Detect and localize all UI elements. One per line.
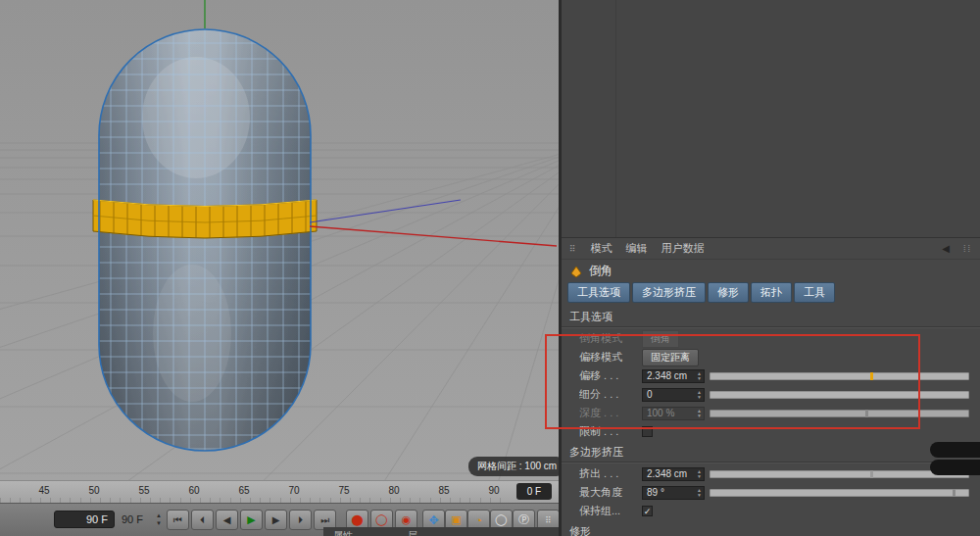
tab-modeling[interactable]: 修形	[708, 282, 749, 303]
capsule-object[interactable]	[93, 27, 317, 453]
attribute-manager: ⠿ 模式 编辑 用户数据 ◀ ⁞⁞ 倒角 工具选项 多边形挤压 修形 拓扑 工具…	[559, 0, 980, 536]
bevel-mode-row: 倒角模式 倒角	[562, 329, 980, 348]
depth-label: 深度 . . .	[579, 406, 642, 420]
preserve-groups-checkbox[interactable]: ✓	[642, 506, 653, 516]
subdivision-slider[interactable]	[710, 391, 969, 399]
subdivision-field[interactable]: 0 ▲▼	[642, 388, 705, 402]
bottom-panel-tabs: 属性 层	[323, 527, 559, 536]
preserve-groups-label: 保持组...	[579, 504, 642, 518]
extrude-field[interactable]: 2.348 cm ▲▼	[642, 467, 705, 481]
limit-checkbox[interactable]	[642, 426, 653, 437]
viewport-3d[interactable]: 网格间距 : 100 cm	[0, 0, 559, 480]
tab-topology[interactable]: 拓扑	[751, 282, 792, 303]
offset-slider[interactable]	[710, 372, 969, 380]
menu-edit[interactable]: 编辑	[626, 241, 648, 256]
subdivision-value[interactable]: 0	[647, 389, 697, 400]
extrude-label: 挤出 . . .	[579, 466, 642, 481]
tab-poly-extrude[interactable]: 多边形挤压	[632, 282, 706, 303]
bevel-mode-value: 倒角	[642, 330, 679, 348]
ruler-tick: 85	[438, 485, 449, 496]
viewport-canvas[interactable]	[0, 0, 559, 480]
offset-slider-handle[interactable]	[870, 372, 873, 380]
next-frame-button[interactable]: ▶	[265, 510, 287, 530]
current-frame-badge[interactable]: 0 F	[516, 483, 552, 500]
max-angle-label: 最大角度	[579, 485, 642, 500]
stepper-down-icon[interactable]: ▼	[156, 520, 162, 526]
offset-value[interactable]: 2.348 cm	[647, 370, 697, 381]
depth-row: 深度 . . . 100 % ▲▼	[562, 404, 980, 422]
max-angle-value[interactable]: 89 °	[647, 487, 697, 498]
ruler-tick: 80	[388, 485, 399, 496]
attribute-tabs: 工具选项 多边形挤压 修形 拓扑 工具	[562, 282, 980, 306]
grid-spacing-label: 网格间距 : 100 cm	[468, 457, 565, 476]
ruler-tick: 50	[88, 485, 99, 496]
subdivision-spinner-icon[interactable]: ▲▼	[697, 390, 702, 400]
tool-title-row: 倒角	[562, 260, 980, 282]
section-poly-extrude: 多边形挤压	[562, 441, 980, 463]
ruler-tick: 45	[38, 485, 49, 496]
bevel-tool-icon	[569, 265, 583, 278]
panel-back-icon[interactable]: ◀	[942, 243, 950, 254]
goto-start-button[interactable]: ⏮	[167, 510, 189, 530]
menu-mode[interactable]: 模式	[591, 241, 612, 256]
ruler-tick: 65	[238, 485, 249, 496]
bevel-mode-label: 倒角模式	[579, 331, 642, 346]
attribute-menubar: ⠿ 模式 编辑 用户数据 ◀ ⁞⁞	[562, 238, 980, 260]
attribute-empty-area	[562, 0, 980, 238]
limit-label: 限制 . . .	[579, 424, 642, 439]
limit-row: 限制 . . .	[562, 422, 980, 441]
timeline-ruler[interactable]: 45 50 55 60 65 70 75 80 85 90 0 F	[0, 480, 559, 503]
subdivision-label: 细分 . . .	[579, 387, 642, 402]
ruler-tick: 70	[288, 485, 299, 496]
offset-row: 偏移 . . . 2.348 cm ▲▼	[562, 366, 980, 385]
offset-label: 偏移 . . .	[579, 368, 642, 383]
profile-preview-bottom	[930, 460, 980, 475]
menu-user-data[interactable]: 用户数据	[662, 241, 705, 256]
section-modeling: 修形	[562, 520, 980, 536]
max-angle-spinner-icon[interactable]: ▲▼	[697, 488, 702, 498]
end-frame-field[interactable]: 90 F	[54, 511, 115, 528]
prev-key-button[interactable]: ⏴	[191, 510, 214, 530]
frame-count-label: 90 F	[122, 513, 143, 525]
max-angle-row: 最大角度 89 ° ▲▼	[562, 483, 980, 502]
offset-mode-label: 偏移模式	[579, 350, 642, 365]
depth-slider-handle	[865, 410, 868, 417]
extrude-value[interactable]: 2.348 cm	[647, 468, 697, 479]
depth-spinner-icon: ▲▼	[697, 409, 702, 418]
extrude-row: 挤出 . . . 2.348 cm ▲▼	[562, 464, 980, 483]
frame-stepper[interactable]: ▲ ▼	[154, 512, 164, 527]
panel-divider	[615, 0, 616, 237]
offset-spinner-icon[interactable]: ▲▼	[697, 371, 702, 381]
tab-attributes[interactable]: 属性	[333, 529, 353, 536]
max-angle-slider[interactable]	[710, 489, 969, 497]
panel-dots-icon[interactable]: ⁞⁞	[963, 244, 972, 254]
section-tool-options: 工具选项	[562, 306, 980, 327]
depth-slider	[710, 410, 969, 417]
tool-title: 倒角	[589, 263, 612, 279]
offset-mode-dropdown[interactable]: 固定距离	[642, 349, 699, 366]
preserve-groups-row: 保持组... ✓	[562, 502, 980, 520]
max-angle-field[interactable]: 89 ° ▲▼	[642, 486, 705, 500]
prev-frame-button[interactable]: ◀	[216, 510, 238, 530]
ruler-tick: 75	[338, 485, 349, 496]
stepper-up-icon[interactable]: ▲	[156, 512, 162, 518]
next-key-button[interactable]: ⏵	[289, 510, 312, 530]
ruler-tick: 55	[138, 485, 149, 496]
ruler-tick: 90	[488, 485, 499, 496]
profile-preview-top	[930, 442, 980, 458]
play-button[interactable]: ▶	[240, 510, 263, 530]
extrude-slider-handle[interactable]	[870, 470, 873, 478]
ruler-tick: 60	[188, 485, 199, 496]
depth-value: 100 %	[647, 408, 697, 418]
subdivision-row: 细分 . . . 0 ▲▼	[562, 385, 980, 404]
extrude-spinner-icon[interactable]: ▲▼	[697, 469, 702, 479]
offset-field[interactable]: 2.348 cm ▲▼	[642, 369, 705, 383]
tab-layers[interactable]: 层	[408, 529, 417, 536]
tab-tool[interactable]: 工具	[794, 282, 835, 303]
max-angle-slider-handle[interactable]	[953, 489, 956, 497]
tab-tool-options[interactable]: 工具选项	[567, 282, 630, 303]
depth-field: 100 % ▲▼	[642, 407, 705, 420]
offset-mode-row: 偏移模式 固定距离	[562, 348, 980, 366]
panel-grid-icon[interactable]: ⠿	[569, 244, 577, 254]
